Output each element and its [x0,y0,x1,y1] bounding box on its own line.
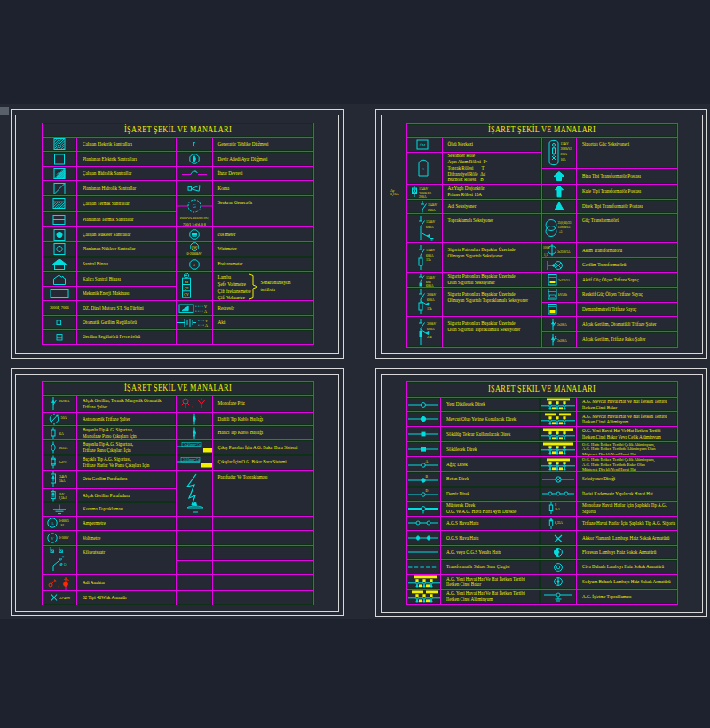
svg-text:2000VA 600/23 3V;: 2000VA 600/23 3V; [180,215,209,219]
svg-text:V: V [51,536,54,541]
svg-text:6,35A: 6,35A [555,521,563,526]
svg-text:600A: 600A [426,226,434,229]
svg-text:±5: ±5 [559,230,563,233]
svg-text:16A: 16A [561,158,566,162]
svg-text:,: , [192,402,193,408]
svg-text:200A: 200A [561,153,568,156]
svg-text:32-40W: 32-40W [59,597,71,600]
svg-text:B: B [426,475,429,479]
svg-text:3x300A: 3x300A [557,338,567,342]
svg-text:1kA: 1kA [555,508,561,511]
svg-text:6A: 6A [59,431,64,435]
svg-text:15000kVA: 15000kVA [558,226,571,229]
svg-text:34kV: 34kV [59,475,67,479]
svg-text:3x40mm² Cu: 3x40mm² Cu [184,444,201,447]
svg-text:kVARh: kVARh [558,293,567,297]
svg-text:154kV: 154kV [426,249,436,252]
svg-text:3x300A: 3x300A [557,323,567,327]
svg-text:5kA: 5kA [59,479,66,483]
svg-text:3000kVA: 3000kVA [561,147,572,151]
svg-text:ÇV: ÇV [184,293,189,297]
svg-text:S1: S1 [60,524,64,527]
svg-text:15k: 15k [426,258,431,262]
svg-text:3x2500/5A: 3x2500/5A [557,250,571,254]
svg-text:ÇF: ÇF [185,287,189,290]
svg-text:G: G [193,203,196,209]
svg-text:ÖM: ÖM [420,143,426,147]
svg-text:0-600/5: 0-600/5 [59,519,68,523]
svg-text:T: T [62,556,65,559]
svg-text:154kV: 154kV [428,202,438,206]
svg-text:154kV: 154kV [561,142,570,146]
svg-text:O: O [64,563,67,566]
svg-text:0-2000kW: 0-2000kW [186,251,201,256]
svg-text:600A: 600A [427,298,435,302]
svg-text:f: f [193,262,195,266]
svg-text:2,5kA: 2,5kA [59,496,67,501]
svg-text:D: D [426,489,429,493]
svg-text:3x30mm² Cu: 3x30mm² Cu [183,458,200,462]
svg-text:600A: 600A [426,283,434,287]
svg-text:1,5: 1,5 [544,253,548,257]
svg-text:300kV: 300kV [427,322,437,326]
svg-text:A: A [426,460,429,463]
svg-text:154kV: 154kV [426,276,436,280]
svg-text:15k: 15k [427,307,432,311]
svg-text:50A: 50A [60,415,67,419]
svg-text:,: , [58,582,59,588]
svg-text:0-500V: 0-500V [59,536,68,540]
svg-text:25k: 25k [427,336,432,339]
svg-text:S: S [555,503,556,507]
svg-text:A: A [204,309,207,313]
svg-text:200A: 200A [428,209,436,212]
svg-text:3x220/5A: 3x220/5A [558,279,571,282]
svg-text:S: S [59,547,60,550]
svg-text:200A: 200A [419,195,427,199]
svg-text:kW: kW [192,246,197,249]
svg-text:1kV: 1kV [59,492,65,495]
svg-text:3x200A: 3x200A [59,400,69,403]
svg-text:600A: 600A [427,327,435,330]
svg-text:750/1,5 d/d. 0,8: 750/1,5 d/d. 0,8 [183,221,206,226]
svg-text:Sa: Sa [185,281,188,284]
svg-text:A: A [205,323,208,328]
svg-text:154kV: 154kV [426,220,436,224]
svg-text:154kV: 154kV [419,187,429,191]
svg-text:3x35A: 3x35A [59,446,68,449]
svg-text:3x63A: 3x63A [59,461,68,464]
svg-text:100/5: 100/5 [543,246,550,249]
svg-text:A: A [422,167,424,171]
svg-text:300kV: 300kV [427,293,437,297]
svg-text:600A: 600A [426,254,434,257]
svg-text:A: A [51,521,54,526]
